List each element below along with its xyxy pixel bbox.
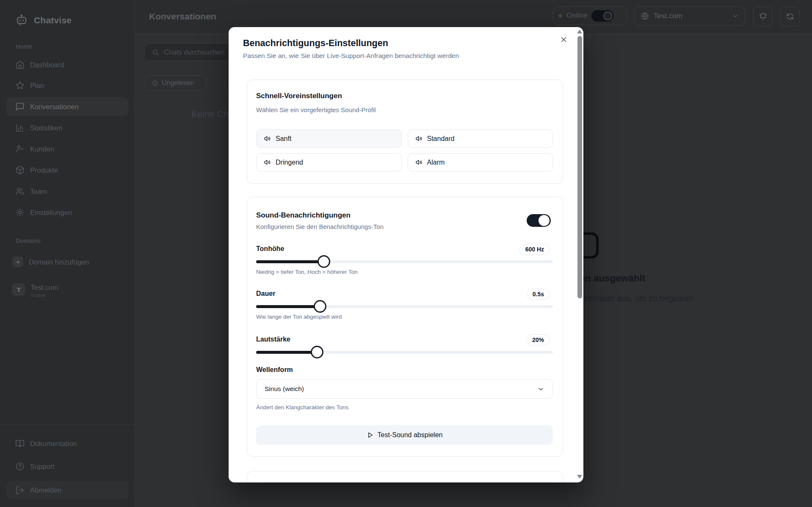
sidebar-item-dashboard[interactable]: Dashboard	[6, 55, 128, 74]
sidebar-item-domain-testcom[interactable]: T Test.com Active	[6, 283, 128, 298]
sidebar-item-add-domain[interactable]: Domain hinzufügen	[6, 253, 128, 271]
online-status-pill: Online	[553, 6, 627, 25]
preset-label: Alarm	[427, 159, 445, 166]
sidebar-item-label: Statistiken	[30, 124, 62, 132]
sidebar-item-label: Dashboard	[30, 61, 64, 69]
sidebar-section-domains: Domains	[16, 237, 41, 244]
app-logo: Chatvise	[15, 11, 72, 30]
bar-chart-icon	[15, 123, 25, 132]
sound-toggle-knob	[539, 215, 550, 226]
slider-thumb[interactable]	[318, 255, 330, 268]
sidebar-item-kunden[interactable]: Kunden	[6, 140, 128, 158]
sidebar-item-label: Produkte	[30, 166, 58, 174]
volume-icon	[415, 135, 423, 142]
slider-value-badge: 0.5s	[527, 289, 550, 300]
chevron-down-icon	[537, 386, 544, 393]
preset-button-alarm[interactable]: Alarm	[408, 153, 553, 171]
preset-button-standard[interactable]: Standard	[408, 130, 553, 148]
slider-hint: Wie lange der Ton abgespielt wird	[256, 314, 342, 320]
slider-fill	[256, 260, 324, 263]
pitch-slider[interactable]	[256, 260, 553, 263]
sidebar-section-home: Home	[16, 43, 32, 50]
waveform-selected-value: Sinus (weich)	[265, 385, 537, 393]
preset-button-dringend[interactable]: Dringend	[256, 153, 402, 171]
sidebar-item-label: Dokumentation	[30, 440, 77, 448]
add-domain-label: Domain hinzufügen	[29, 258, 89, 266]
slider-label: Dauer	[256, 290, 275, 298]
message-square-icon	[15, 102, 25, 111]
online-dot	[558, 14, 562, 18]
slider-value-badge: 20%	[526, 334, 550, 345]
sidebar-item-plan[interactable]: Plan	[6, 76, 128, 95]
test-sound-button[interactable]: Test-Sound abspielen	[256, 425, 553, 445]
close-icon	[560, 36, 568, 44]
sidebar-item-support[interactable]: Support	[6, 457, 128, 476]
sidebar-item-label: Team	[30, 187, 47, 196]
online-toggle-knob	[603, 11, 612, 20]
domain-status-badge: Active	[30, 292, 58, 298]
slider-label: Lautstärke	[256, 336, 290, 343]
search-placeholder: Chats durchsuchen	[164, 48, 224, 56]
domain-name: Test.com	[30, 283, 58, 292]
volume-icon	[264, 159, 271, 166]
sidebar-item-label: Einstellungen	[30, 209, 72, 217]
notification-settings-modal: Benachrichtigungs-Einstellungen Passen S…	[229, 27, 583, 482]
online-label: Online	[566, 11, 587, 20]
slider-thumb[interactable]	[311, 346, 323, 358]
preset-button-sanft[interactable]: Sanft	[256, 130, 402, 148]
next-card-fragment	[247, 471, 563, 482]
slider-label: Tonhöhe	[256, 245, 284, 253]
online-toggle[interactable]	[591, 10, 613, 22]
sidebar-item-label: Abmelden	[30, 486, 61, 494]
scrollbar-down-arrow[interactable]	[577, 475, 582, 479]
modal-subtitle: Passen Sie an, wie Sie über Live-Support…	[243, 52, 459, 60]
sidebar-item-einstellungen[interactable]: Einstellungen	[6, 203, 128, 222]
test-sound-label: Test-Sound abspielen	[378, 431, 443, 439]
package-icon	[15, 165, 25, 175]
sidebar-item-dokumentation[interactable]: Dokumentation	[6, 434, 128, 453]
volume-icon	[264, 135, 271, 142]
chatvise-logo-icon	[15, 14, 28, 27]
slider-fill	[256, 305, 320, 308]
book-open-icon	[15, 439, 25, 448]
sidebar-item-konversationen[interactable]: Konversationen	[6, 97, 128, 116]
alert-circle-icon	[152, 80, 158, 86]
app-name: Chatvise	[34, 15, 72, 25]
domain-avatar: T	[12, 283, 25, 296]
sidebar-item-team[interactable]: Team	[6, 182, 128, 201]
sidebar-divider	[0, 424, 135, 425]
globe-icon	[641, 12, 649, 20]
sidebar-item-statistiken[interactable]: Statistiken	[6, 118, 128, 137]
refresh-button[interactable]	[780, 7, 800, 26]
sound-enabled-toggle[interactable]	[527, 214, 551, 227]
scrollbar-up-arrow[interactable]	[577, 30, 582, 33]
presets-subtitle: Wählen Sie ein vorgefertigtes Sound-Prof…	[256, 106, 376, 113]
sidebar-item-abmelden[interactable]: Abmelden	[6, 481, 128, 499]
empty-state-subtext-fragment: tenleiste aus, um zu beginnen	[584, 294, 693, 303]
sidebar-item-label: Konversationen	[30, 103, 79, 111]
preset-label: Dringend	[276, 159, 303, 166]
users-icon	[15, 187, 25, 196]
presets-title: Schnell-Voreinstellungen	[256, 92, 342, 100]
page-title: Konversationen	[149, 11, 216, 22]
play-icon	[367, 432, 373, 438]
logout-icon	[15, 485, 25, 495]
presets-card: Schnell-Voreinstellungen Wählen Sie ein …	[247, 80, 563, 184]
sidebar-item-produkte[interactable]: Produkte	[6, 161, 128, 179]
sound-settings-card: Sound-Benachrichtigungen Konfigurieren S…	[247, 197, 563, 457]
filter-chip-ungelesen[interactable]: Ungelesen	[145, 75, 206, 91]
help-circle-icon	[15, 462, 25, 471]
domain-selector[interactable]: Test.com	[634, 6, 745, 26]
volume-icon	[415, 159, 423, 166]
duration-slider[interactable]	[256, 305, 553, 308]
preset-grid: Sanft Standard Dringend Alarm	[256, 130, 553, 171]
waveform-select[interactable]: Sinus (weich)	[256, 379, 553, 399]
bell-icon	[759, 12, 768, 21]
slider-thumb[interactable]	[314, 300, 326, 313]
volume-slider[interactable]	[256, 351, 553, 354]
scrollbar-thumb[interactable]	[577, 36, 582, 298]
notifications-button[interactable]	[753, 7, 773, 26]
close-button[interactable]	[558, 34, 569, 45]
waveform-label: Wellenform	[256, 366, 293, 374]
waveform-hint: Ändert den Klangcharakter des Tons	[256, 404, 348, 411]
